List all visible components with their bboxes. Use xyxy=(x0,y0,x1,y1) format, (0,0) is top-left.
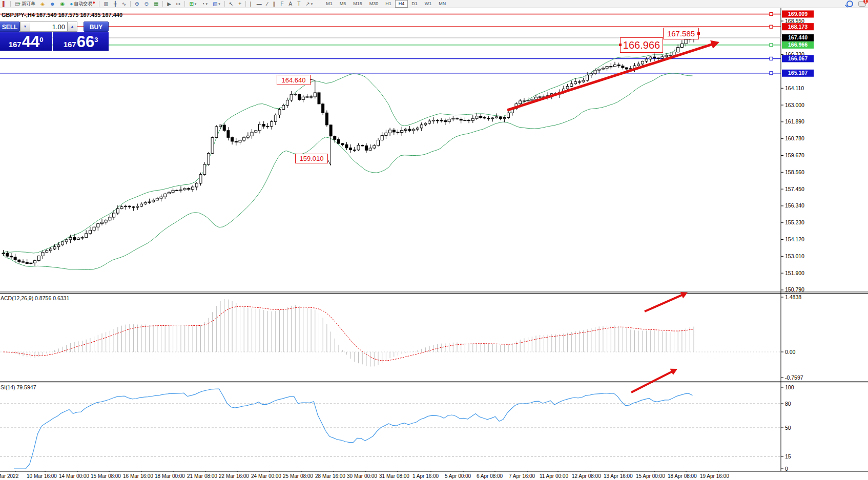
time-axis-label: 10 Mar 16:00 xyxy=(27,473,57,479)
price-annotation-label[interactable]: 167.585 xyxy=(663,28,699,39)
time-axis-label: 12 Apr 08:00 xyxy=(572,473,601,479)
svg-text:158.560: 158.560 xyxy=(785,169,804,175)
price-annotation-label[interactable]: 166.966 xyxy=(620,37,663,53)
selection-handle[interactable] xyxy=(619,44,622,46)
volume-decrease-button[interactable]: ▼ xyxy=(20,22,30,32)
time-axis-label: 16 Mar 16:00 xyxy=(123,473,153,479)
svg-text:166.067: 166.067 xyxy=(788,55,808,61)
svg-text:160.780: 160.780 xyxy=(785,135,804,141)
rsi-indicator-label: SI(14) 79.5947 xyxy=(1,384,36,390)
time-axis-label: 13 Apr 16:00 xyxy=(604,473,633,479)
svg-text:0: 0 xyxy=(785,466,788,472)
svg-text:0.00: 0.00 xyxy=(785,349,796,355)
chart-ohlc-header: GBPJPY-,H4 167.549 167.575 167.435 167.4… xyxy=(2,12,122,18)
sell-price-prefix: 167 xyxy=(9,40,22,49)
svg-text:80: 80 xyxy=(785,401,791,407)
svg-text:163.000: 163.000 xyxy=(785,102,804,108)
buy-price-prefix: 167 xyxy=(64,40,76,49)
svg-text:1.4838: 1.4838 xyxy=(785,294,801,300)
time-axis-label: Mar 2022 xyxy=(0,473,18,479)
svg-text:161.890: 161.890 xyxy=(785,118,804,124)
mt4-window: ▌▤+新订单◈☻◉●自动交易▥╂∿⊕⊖▦▶↦⊞▾◔▾▧▾↖+|—∕∥FAT↗▾ … xyxy=(0,0,868,480)
time-axis-label: 21 Mar 08:00 xyxy=(187,473,217,479)
macd-indicator-label: ACD(12,26,9) 0.8756 0.6331 xyxy=(1,295,69,301)
time-axis-label: 18 Mar 00:00 xyxy=(155,473,185,479)
svg-text:159.670: 159.670 xyxy=(785,152,804,158)
time-axis-label: 31 Mar 08:00 xyxy=(379,473,409,479)
svg-text:157.450: 157.450 xyxy=(785,186,804,192)
sell-price-display[interactable]: 167 44 0 xyxy=(0,32,52,51)
time-axis-label: 11 Apr 00:00 xyxy=(540,473,568,479)
time-axis-label: 1 Apr 16:00 xyxy=(412,473,439,479)
chart-canvas[interactable]: 168.550166.330164.110163.000161.890160.7… xyxy=(0,0,868,480)
volume-increase-button[interactable]: ▲ xyxy=(67,22,77,32)
time-axis-label: 15 Apr 00:00 xyxy=(636,473,665,479)
svg-text:168.173: 168.173 xyxy=(788,24,808,30)
sell-button[interactable]: SELL xyxy=(0,22,20,32)
time-axis-label: 7 Apr 16:00 xyxy=(509,473,535,479)
svg-text:100: 100 xyxy=(785,384,794,390)
svg-text:164.110: 164.110 xyxy=(785,85,804,91)
svg-text:153.010: 153.010 xyxy=(785,253,804,259)
svg-text:167.440: 167.440 xyxy=(788,34,808,40)
price-annotation-label[interactable]: 164.640 xyxy=(277,75,311,85)
volume-input[interactable] xyxy=(30,22,67,32)
buy-price-big: 66 xyxy=(77,35,94,49)
time-axis-label: 25 Mar 08:00 xyxy=(283,473,313,479)
time-axis-label: 6 Apr 08:00 xyxy=(477,473,503,479)
svg-text:166.966: 166.966 xyxy=(788,41,808,48)
buy-button[interactable]: BUY xyxy=(84,22,109,32)
svg-text:150.790: 150.790 xyxy=(785,286,804,293)
time-axis-label: 19 Apr 16:00 xyxy=(700,473,729,479)
time-axis-label: 14 Mar 00:00 xyxy=(59,473,89,479)
time-axis-label: 22 Mar 16:00 xyxy=(219,473,249,479)
sell-price-big: 44 xyxy=(22,35,39,49)
time-axis-label: 24 Mar 00:00 xyxy=(251,473,281,479)
time-axis-label: 18 Apr 08:00 xyxy=(668,473,697,479)
svg-text:165.107: 165.107 xyxy=(788,70,808,76)
sell-price-sup: 0 xyxy=(39,32,43,48)
one-click-trading-panel: SELL ▼ ▲ BUY 167 44 0 167 66 3 xyxy=(0,22,109,51)
svg-text:169.009: 169.009 xyxy=(788,11,808,17)
time-axis-label: 30 Mar 00:00 xyxy=(347,473,377,479)
time-axis-label: 15 Mar 08:00 xyxy=(91,473,121,479)
svg-text:154.120: 154.120 xyxy=(785,236,804,242)
svg-text:155.230: 155.230 xyxy=(785,219,804,225)
time-axis-label: 5 Apr 00:00 xyxy=(445,473,471,479)
buy-price-sup: 3 xyxy=(94,32,98,48)
time-axis-label: 28 Mar 16:00 xyxy=(315,473,345,479)
buy-price-display[interactable]: 167 66 3 xyxy=(53,32,109,51)
time-axis[interactable]: Mar 202210 Mar 16:0014 Mar 00:0015 Mar 0… xyxy=(0,472,868,480)
selection-handle[interactable] xyxy=(697,32,700,35)
svg-text:151.900: 151.900 xyxy=(785,270,804,276)
svg-text:50: 50 xyxy=(785,425,791,431)
svg-text:15: 15 xyxy=(785,453,791,460)
price-annotation-label[interactable]: 159.010 xyxy=(295,154,328,163)
svg-text:156.340: 156.340 xyxy=(785,202,804,208)
svg-text:-0.7597: -0.7597 xyxy=(785,374,803,381)
